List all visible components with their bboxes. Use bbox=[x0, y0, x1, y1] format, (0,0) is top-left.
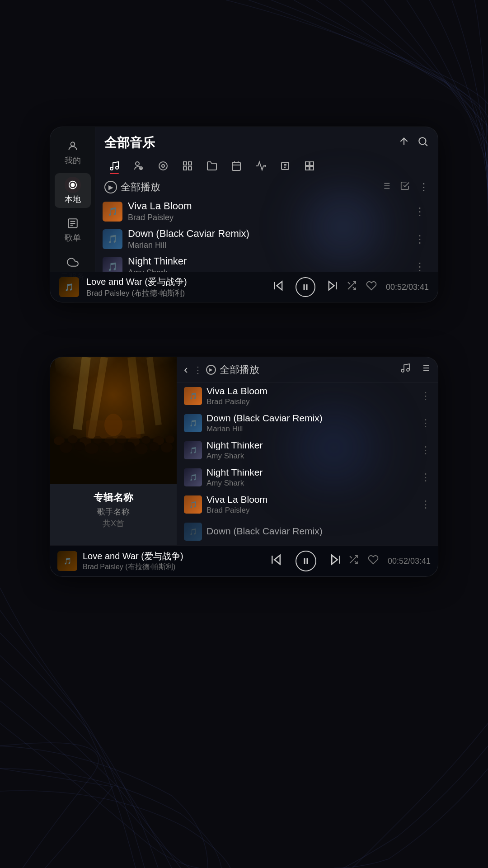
svg-rect-12 bbox=[188, 162, 192, 165]
svg-point-40 bbox=[68, 435, 78, 443]
pl-more-4[interactable]: ⋮ bbox=[421, 472, 431, 483]
prev-button-bottom[interactable] bbox=[269, 553, 283, 570]
pl-thumb-3: 🎵 bbox=[184, 441, 202, 459]
svg-point-54 bbox=[124, 442, 135, 451]
np-time-bottom: 00:52/03:41 bbox=[388, 557, 431, 566]
like-button-top[interactable] bbox=[366, 280, 377, 294]
next-button-bottom[interactable] bbox=[329, 553, 343, 570]
svg-point-53 bbox=[111, 443, 123, 453]
tab-stats[interactable] bbox=[249, 157, 272, 175]
song-item-3[interactable]: 🎵 Night Thinker Amy Shark ⋮ bbox=[95, 253, 438, 272]
tab-artist[interactable] bbox=[127, 157, 150, 175]
pl-title-2: Down (Black Caviar Remix) bbox=[206, 413, 416, 424]
song-more-3[interactable]: ⋮ bbox=[411, 259, 429, 272]
sidebar: 我的 本地 bbox=[50, 127, 95, 272]
song-more-1[interactable]: ⋮ bbox=[411, 203, 429, 220]
prev-button-top[interactable] bbox=[272, 279, 285, 295]
back-button[interactable]: ‹ bbox=[184, 363, 188, 377]
song-more-2[interactable]: ⋮ bbox=[411, 231, 429, 247]
next-button-top[interactable] bbox=[326, 279, 339, 295]
svg-marker-22 bbox=[277, 281, 282, 290]
shuffle-button-bottom[interactable] bbox=[348, 554, 359, 568]
song-title-3: Night Thinker bbox=[128, 255, 405, 267]
playlist-header-title: 全部播放 bbox=[220, 363, 259, 377]
pause-button-top[interactable] bbox=[296, 277, 315, 297]
list-icon[interactable] bbox=[381, 181, 391, 193]
album-artist: 歌手名称 bbox=[57, 506, 169, 517]
svg-marker-72 bbox=[332, 555, 338, 564]
svg-point-46 bbox=[141, 436, 150, 444]
like-button-bottom[interactable] bbox=[368, 554, 379, 568]
tab-grid[interactable] bbox=[176, 157, 199, 175]
cloud-icon bbox=[65, 254, 81, 270]
upload-icon[interactable] bbox=[398, 136, 410, 151]
queue-icon[interactable] bbox=[420, 363, 431, 377]
album-count: 共X首 bbox=[57, 518, 169, 529]
tab-mp3[interactable] bbox=[273, 157, 297, 175]
tab-album[interactable] bbox=[151, 157, 175, 175]
svg-point-0 bbox=[70, 142, 75, 146]
pl-song-item-6[interactable]: 🎵 Down (Black Caviar Remix) bbox=[177, 518, 438, 545]
tab-calendar[interactable] bbox=[225, 157, 248, 175]
svg-point-16 bbox=[265, 165, 266, 166]
tab-view-grid[interactable] bbox=[298, 157, 321, 175]
play-all-icon[interactable]: ▶ bbox=[104, 181, 117, 193]
song-thumb-3: 🎵 bbox=[103, 257, 122, 272]
more-icon-bar[interactable]: ⋮ bbox=[419, 181, 429, 193]
tab-folder[interactable] bbox=[200, 157, 224, 175]
play-all-text[interactable]: 全部播放 bbox=[121, 180, 160, 194]
np-artist-bottom: Brad Paisley (布拉德·帕斯利) bbox=[83, 562, 264, 572]
pl-song-item-5[interactable]: 🎵 Viva La Bloom Brad Paisley ⋮ bbox=[177, 491, 438, 518]
my-label: 我的 bbox=[65, 156, 81, 166]
song-item-2[interactable]: 🎵 Down (Black Caviar Remix) Marian Hill … bbox=[95, 225, 438, 253]
np-info-bottom: Love and War (爱与战争) Brad Paisley (布拉德·帕斯… bbox=[83, 550, 264, 572]
pl-song-item-3[interactable]: 🎵 Night Thinker Amy Shark ⋮ bbox=[177, 437, 438, 464]
svg-point-56 bbox=[149, 442, 159, 451]
svg-point-57 bbox=[161, 443, 173, 453]
song-item-1[interactable]: 🎵 Viva La Bloom Brad Paisley ⋮ bbox=[95, 198, 438, 225]
album-name: 专辑名称 bbox=[57, 491, 169, 505]
pl-info-1: Viva La Bloom Brad Paisley bbox=[206, 386, 416, 406]
np-thumb-top: 🎵 bbox=[59, 277, 79, 297]
pause-button-bottom[interactable] bbox=[296, 551, 316, 571]
pl-song-item-1[interactable]: 🎵 Viva La Bloom Brad Paisley ⋮ bbox=[177, 382, 438, 410]
header-actions bbox=[398, 136, 429, 151]
pl-more-5[interactable]: ⋮ bbox=[421, 499, 431, 510]
content-wrapper: 我的 本地 bbox=[0, 0, 488, 868]
song-info-1: Viva La Bloom Brad Paisley bbox=[128, 200, 405, 222]
pl-info-3: Night Thinker Amy Shark bbox=[206, 440, 416, 461]
pl-title-5: Viva La Bloom bbox=[206, 494, 416, 505]
sidebar-item-my[interactable]: 我的 bbox=[55, 134, 91, 170]
np-title-top: Love and War (爱与战争) bbox=[86, 276, 265, 288]
search-icon[interactable] bbox=[417, 136, 429, 151]
pl-title-1: Viva La Bloom bbox=[206, 386, 416, 396]
pl-song-item-4[interactable]: 🎵 Night Thinker Amy Shark ⋮ bbox=[177, 464, 438, 491]
sidebar-item-playlist[interactable]: 歌单 bbox=[55, 212, 91, 247]
pl-more-3[interactable]: ⋮ bbox=[421, 444, 431, 456]
pl-artist-1: Brad Paisley bbox=[206, 397, 416, 406]
more-button-header[interactable]: ⋮ bbox=[193, 364, 202, 375]
svg-rect-21 bbox=[310, 166, 314, 170]
svg-point-59 bbox=[104, 414, 122, 436]
pl-title-3: Night Thinker bbox=[206, 440, 416, 451]
sidebar-item-local[interactable]: 本地 bbox=[55, 173, 91, 208]
svg-line-30 bbox=[348, 282, 350, 284]
category-tabs bbox=[95, 155, 438, 177]
pl-more-2[interactable]: ⋮ bbox=[421, 417, 431, 429]
svg-line-76 bbox=[350, 556, 352, 558]
pl-info-5: Viva La Bloom Brad Paisley bbox=[206, 494, 416, 515]
svg-point-4 bbox=[419, 137, 426, 144]
pl-more-1[interactable]: ⋮ bbox=[421, 390, 431, 402]
main-title: 全部音乐 bbox=[104, 134, 155, 151]
check-list-icon[interactable] bbox=[400, 181, 410, 193]
svg-marker-26 bbox=[329, 281, 334, 290]
shuffle-button-top[interactable] bbox=[346, 280, 357, 294]
svg-rect-70 bbox=[304, 558, 305, 564]
pl-song-item-2[interactable]: 🎵 Down (Black Caviar Remix) Marian Hill … bbox=[177, 410, 438, 437]
svg-rect-25 bbox=[306, 284, 307, 290]
svg-point-10 bbox=[162, 165, 164, 167]
music-note-icon[interactable] bbox=[400, 363, 411, 377]
svg-line-75 bbox=[355, 561, 357, 564]
local-label: 本地 bbox=[65, 195, 81, 205]
tab-music[interactable] bbox=[103, 157, 126, 175]
